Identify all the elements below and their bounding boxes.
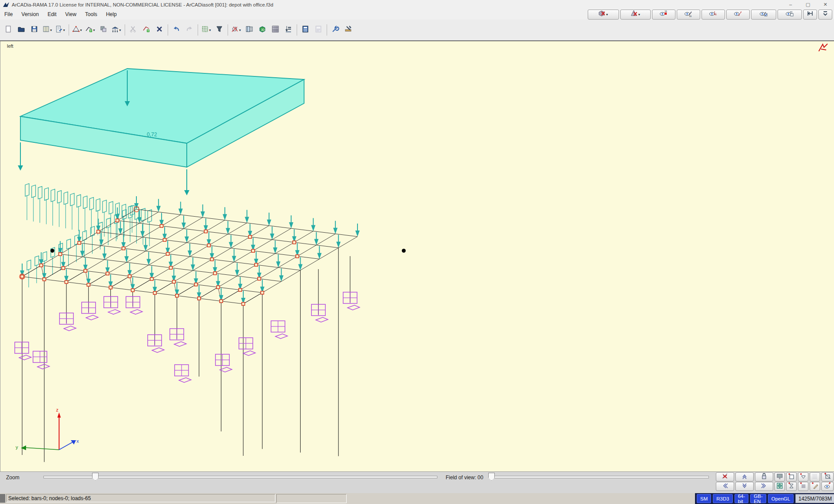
view-3d-button[interactable]: 3D: [256, 24, 268, 36]
window-title: ArCADia-RAMA 17.0 License for INTERNAL, …: [12, 2, 273, 7]
menu-help[interactable]: Help: [102, 10, 121, 19]
crop-plus-button[interactable]: [821, 472, 834, 481]
import-loads-button[interactable]: [282, 24, 295, 36]
chevron-down-icon[interactable]: ▼: [63, 29, 66, 32]
square-plus-button[interactable]: [786, 472, 797, 481]
mesh-handle-bottom-right[interactable]: [402, 249, 406, 253]
copy-elements-button[interactable]: [97, 24, 109, 36]
menu-tools[interactable]: Tools: [81, 10, 102, 19]
model-viewport[interactable]: [0, 41, 834, 471]
status-badge-gb-en[interactable]: GB-EN: [750, 494, 766, 503]
show-dimensions-icon: [734, 10, 742, 19]
viewport-ucs-icon[interactable]: [817, 43, 829, 53]
chevron-down-icon[interactable]: ▼: [238, 29, 242, 32]
fov-slider-track[interactable]: [491, 476, 709, 478]
monitor-button[interactable]: [774, 472, 785, 481]
surface-load-button[interactable]: ▼: [110, 24, 122, 36]
report-calculator-icon: [314, 25, 322, 35]
undo-arrow-button[interactable]: [170, 24, 182, 36]
show-axes-icon: [709, 10, 717, 19]
status-badge-r3d3[interactable]: R3D3: [713, 494, 732, 503]
edit-document-button[interactable]: ▼: [54, 24, 66, 36]
fit-view-button[interactable]: [803, 10, 817, 20]
show-bars-checkbox-button[interactable]: [751, 10, 776, 20]
calculator-icon: [301, 25, 309, 35]
chevron-down-icon[interactable]: ▼: [93, 29, 96, 32]
menu-view[interactable]: View: [61, 10, 81, 19]
menu-edit[interactable]: Edit: [43, 10, 61, 19]
scissors-cut-button[interactable]: [127, 24, 139, 36]
chevron-down-icon[interactable]: ▼: [119, 29, 122, 32]
add-node-button[interactable]: [140, 24, 152, 36]
chevron-down-icon[interactable]: ▼: [79, 29, 83, 32]
green-target-button[interactable]: [774, 482, 785, 491]
view-manager-button[interactable]: ▼: [41, 24, 53, 36]
minimize-button[interactable]: –: [782, 2, 799, 7]
lock-button[interactable]: [755, 472, 773, 481]
hide-solid-x-button[interactable]: ▼: [588, 10, 619, 20]
close-button[interactable]: ✕: [817, 2, 834, 7]
maximize-button[interactable]: ▢: [799, 2, 817, 7]
delete-x-button[interactable]: [153, 24, 165, 36]
chevron-left-button[interactable]: [716, 482, 734, 491]
dot-grid-button[interactable]: [810, 472, 820, 481]
status-badge-opengl[interactable]: OpenGL: [768, 494, 794, 503]
frame-structure-button[interactable]: ▼: [71, 24, 83, 36]
pixel-grid-button[interactable]: [269, 24, 281, 36]
menu-file[interactable]: File: [0, 10, 17, 19]
pencil-plus-button[interactable]: [810, 482, 820, 491]
triangle-plus-button[interactable]: [798, 472, 808, 481]
status-grip: [0, 494, 5, 503]
save-floppy-button[interactable]: [28, 24, 40, 36]
wrench-settings-icon: [331, 25, 339, 35]
grid-plus-button[interactable]: [798, 482, 808, 491]
chevron-up-button[interactable]: [735, 472, 754, 481]
zoom-slider-track[interactable]: [43, 476, 437, 478]
chevron-down-button[interactable]: [735, 482, 754, 491]
redo-arrow-button[interactable]: [183, 24, 195, 36]
show-bar-numbers-button[interactable]: 11: [677, 10, 700, 20]
status-badge-sm[interactable]: SM: [697, 494, 711, 503]
report-calculator-button[interactable]: [312, 24, 324, 36]
chevron-right-button[interactable]: [755, 482, 773, 491]
view-nav-toolbar-row1: [715, 472, 834, 481]
filter-funnel-icon: [215, 25, 223, 35]
pencil-plus-icon: [811, 482, 819, 491]
hourglass-plus-button[interactable]: [786, 482, 797, 491]
zoom-slider-thumb[interactable]: [92, 473, 99, 481]
chevron-down-icon[interactable]: ▼: [50, 29, 53, 32]
surface-load-value-label: 0,72: [147, 132, 157, 138]
memory-indicator: 1425M/7083M: [795, 494, 834, 503]
fov-slider-thumb[interactable]: [488, 473, 495, 481]
hide-cone-x-button[interactable]: ▼: [620, 10, 651, 20]
menu-version[interactable]: Version: [17, 10, 43, 19]
filter-funnel-button[interactable]: [213, 24, 225, 36]
square-plus-icon: [788, 472, 795, 482]
eye-arrows-icon: [824, 482, 831, 491]
mesh-hatch-button[interactable]: ▼: [200, 24, 212, 36]
hourglass-plus-icon: [788, 482, 795, 491]
add-polyline-button[interactable]: ▼: [84, 24, 96, 36]
triangle-plus-icon: [799, 472, 807, 482]
show-node-numbers-button[interactable]: 11: [652, 10, 675, 20]
status-badge-64-bit[interactable]: 64-bit: [735, 494, 749, 503]
mesh-handle-bottom-left[interactable]: [50, 249, 54, 253]
calculator-button[interactable]: [299, 24, 311, 36]
gear-axes-button[interactable]: ▼: [230, 24, 242, 36]
show-grid-checkbox-button[interactable]: [778, 10, 802, 20]
wrench-settings-button[interactable]: [329, 24, 341, 36]
collapse-toolbar-button[interactable]: [818, 10, 832, 20]
new-document-button[interactable]: [2, 24, 14, 36]
show-bars-checkbox-icon: [760, 10, 768, 19]
view-toolbar: ▼▼1111: [586, 10, 832, 20]
axes-delete-button[interactable]: [716, 472, 734, 481]
add-polyline-icon: [85, 25, 93, 35]
eye-arrows-button[interactable]: [821, 482, 834, 491]
window-controls: – ▢ ✕: [782, 2, 834, 7]
chevron-down-icon[interactable]: ▼: [208, 29, 212, 32]
show-axes-button[interactable]: [702, 10, 725, 20]
show-dimensions-button[interactable]: [726, 10, 750, 20]
design-tools-button[interactable]: ?: [342, 24, 354, 36]
section-table-button[interactable]: [243, 24, 255, 36]
open-folder-button[interactable]: [15, 24, 27, 36]
